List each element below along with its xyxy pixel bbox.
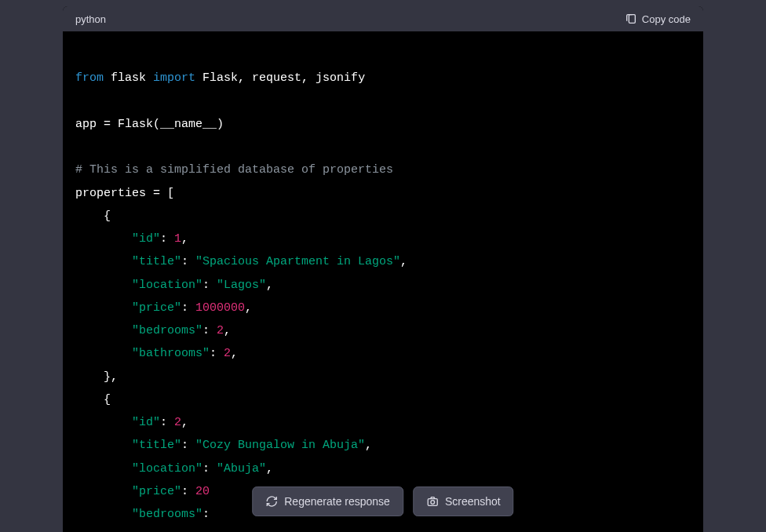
copy-code-label: Copy code <box>642 13 691 25</box>
brace-open: { <box>104 393 111 406</box>
comment-line: # This is a simplified database of prope… <box>75 163 393 177</box>
key-bedrooms: "bedrooms" <box>132 508 202 521</box>
keyword-import: import <box>153 71 195 85</box>
key-id: "id" <box>132 232 160 246</box>
colon: : <box>202 508 210 521</box>
val-location: "Abuja" <box>217 462 266 476</box>
regenerate-label: Regenerate response <box>284 495 390 508</box>
import-names: Flask, request, jsonify <box>202 71 365 85</box>
screenshot-label: Screenshot <box>445 495 501 508</box>
key-bathrooms: "bathrooms" <box>132 347 210 360</box>
val-id: 1 <box>174 232 181 246</box>
val-bathrooms: 2 <box>224 347 231 360</box>
language-label: python <box>75 13 106 25</box>
val-location: "Lagos" <box>217 279 266 292</box>
brace-close: }, <box>104 370 118 384</box>
refresh-icon <box>265 495 278 508</box>
properties-decl: properties = [ <box>75 187 174 200</box>
app-assignment: app = Flask(__name__) <box>75 118 224 131</box>
code-header: python Copy code <box>63 6 703 31</box>
code-block: python Copy code from flask import Flask… <box>63 6 703 532</box>
screenshot-button[interactable]: Screenshot <box>413 486 514 516</box>
svg-rect-1 <box>428 499 437 506</box>
key-title: "title" <box>132 439 181 452</box>
key-id: "id" <box>132 416 160 429</box>
code-content[interactable]: from flask import Flask, request, jsonif… <box>63 31 703 532</box>
key-title: "title" <box>132 255 181 268</box>
val-title: "Spacious Apartment in Lagos" <box>195 255 400 268</box>
floating-action-bar: Regenerate response Screenshot <box>252 486 513 516</box>
key-location: "location" <box>132 279 202 292</box>
module-name: flask <box>111 71 146 85</box>
key-location: "location" <box>132 462 202 476</box>
key-price: "price" <box>132 301 181 315</box>
val-id: 2 <box>174 416 181 429</box>
copy-code-button[interactable]: Copy code <box>625 13 691 25</box>
camera-icon <box>426 495 439 508</box>
val-price: 20 <box>195 485 210 498</box>
val-price: 1000000 <box>195 301 245 315</box>
val-bedrooms: 2 <box>217 324 224 337</box>
clipboard-icon <box>625 13 637 25</box>
keyword-from: from <box>75 71 104 85</box>
regenerate-button[interactable]: Regenerate response <box>252 486 403 516</box>
svg-rect-0 <box>629 15 635 24</box>
svg-point-2 <box>431 501 435 505</box>
key-bedrooms: "bedrooms" <box>132 324 202 337</box>
key-price: "price" <box>132 485 181 498</box>
val-title: "Cozy Bungalow in Abuja" <box>195 439 365 452</box>
brace-open: { <box>104 210 111 223</box>
